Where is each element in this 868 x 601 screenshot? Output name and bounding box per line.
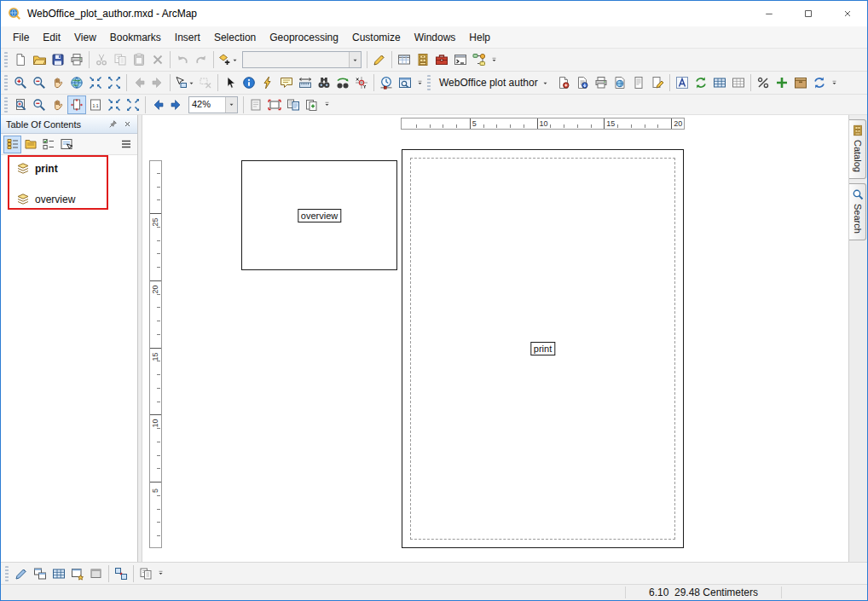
- save-button[interactable]: [49, 50, 67, 69]
- menu-customize[interactable]: Customize: [345, 29, 408, 46]
- undo-button[interactable]: [173, 50, 192, 69]
- toc-pin-button[interactable]: [106, 117, 120, 131]
- layout-canvas[interactable]: 5101520 252015105 overview print: [142, 115, 848, 562]
- toolbar-grip[interactable]: [427, 75, 431, 90]
- fixed-zoom-in-button[interactable]: [86, 73, 105, 92]
- select-elements-button[interactable]: [221, 73, 240, 92]
- select-features-button[interactable]: [173, 73, 196, 92]
- toc-options-button[interactable]: [117, 136, 135, 153]
- menu-geoprocessing[interactable]: Geoprocessing: [263, 29, 345, 46]
- menu-selection[interactable]: Selection: [207, 29, 263, 46]
- focus-data-frame-button[interactable]: [265, 95, 284, 114]
- table-of-contents-window-button[interactable]: [395, 50, 414, 69]
- model-builder-window-button[interactable]: [470, 50, 489, 69]
- viewer-window-button[interactable]: [396, 73, 414, 92]
- data-driven-pages-button[interactable]: [303, 95, 321, 114]
- wo-open-plot-button[interactable]: [554, 73, 573, 92]
- clear-selection-button[interactable]: [196, 73, 215, 92]
- zoom-in-button[interactable]: [11, 73, 30, 92]
- inactive-window-button[interactable]: [87, 564, 106, 583]
- layout-zoom-out-button[interactable]: [30, 95, 49, 114]
- layout-pencil-button[interactable]: [12, 564, 31, 583]
- forward-extent-button[interactable]: [148, 73, 167, 92]
- tools-toolbar-options-button[interactable]: [414, 73, 425, 92]
- print-button[interactable]: [67, 50, 86, 69]
- layout-toolbar-options-button[interactable]: [321, 95, 333, 114]
- cut-button[interactable]: [92, 50, 111, 69]
- new-map-button[interactable]: [11, 50, 30, 69]
- layout-zoom-whole-page-button[interactable]: [67, 95, 86, 114]
- wo-save-plot-button[interactable]: [573, 73, 592, 92]
- standard-toolbar-options-button[interactable]: [489, 50, 500, 69]
- close-button[interactable]: [828, 1, 867, 26]
- weboffice-toolbar-options-button[interactable]: [829, 73, 840, 92]
- layout-forward-extent-button[interactable]: [167, 95, 186, 114]
- overview-data-frame[interactable]: overview: [241, 160, 397, 270]
- catalog-window-button[interactable]: [414, 50, 432, 69]
- list-by-visibility-button[interactable]: [39, 136, 57, 153]
- wo-refresh-button[interactable]: [810, 73, 829, 92]
- go-to-xy-button[interactable]: [352, 73, 371, 92]
- zoom-percent-combo[interactable]: 42%: [188, 96, 238, 113]
- layout-fixed-zoom-out-button[interactable]: [124, 95, 142, 114]
- list-by-selection-button[interactable]: [57, 136, 75, 153]
- wo-add-button[interactable]: [773, 73, 791, 92]
- hyperlink-button[interactable]: [258, 73, 277, 92]
- add-data-button[interactable]: [217, 50, 240, 69]
- pan-button[interactable]: [49, 73, 67, 92]
- html-popup-button[interactable]: [277, 73, 296, 92]
- map-scale-combo[interactable]: [242, 51, 362, 68]
- menu-edit[interactable]: Edit: [36, 29, 67, 46]
- find-route-button[interactable]: [333, 73, 352, 92]
- grid-window-button[interactable]: [49, 564, 68, 583]
- toolbar-grip[interactable]: [4, 52, 8, 67]
- change-layout-button[interactable]: [284, 95, 303, 114]
- star-window-button[interactable]: [68, 564, 87, 583]
- open-button[interactable]: [30, 50, 49, 69]
- wo-archive-button[interactable]: [791, 73, 810, 92]
- full-extent-button[interactable]: [67, 73, 86, 92]
- wo-grid-view-button[interactable]: [710, 73, 729, 92]
- layout-page[interactable]: print: [402, 149, 684, 548]
- wo-print-plot-button[interactable]: [592, 73, 610, 92]
- arctoolbox-window-button[interactable]: [432, 50, 451, 69]
- wo-edit-page-button[interactable]: [648, 73, 667, 92]
- bottom-toolbar-options-button[interactable]: [155, 564, 166, 583]
- menu-view[interactable]: View: [67, 29, 103, 46]
- ungroup-button[interactable]: [112, 564, 130, 583]
- layout-zoom-100-button[interactable]: 1:1: [86, 95, 105, 114]
- list-by-drawing-order-button[interactable]: [3, 136, 21, 153]
- data-frame-windows-button[interactable]: [31, 564, 49, 583]
- editor-toolbar-button[interactable]: [370, 50, 389, 69]
- wo-scale-button[interactable]: [754, 73, 773, 92]
- fixed-zoom-out-button[interactable]: [105, 73, 124, 92]
- identify-button[interactable]: [240, 73, 258, 92]
- layout-zoom-in-button[interactable]: [11, 95, 30, 114]
- wo-sync-button[interactable]: [692, 73, 710, 92]
- wo-text-button[interactable]: [673, 73, 692, 92]
- menu-windows[interactable]: Windows: [408, 29, 463, 46]
- layout-fixed-zoom-in-button[interactable]: [105, 95, 124, 114]
- layout-back-extent-button[interactable]: [148, 95, 167, 114]
- toc-close-button[interactable]: [120, 117, 135, 131]
- weboffice-plot-author-menu[interactable]: WebOffice plot author: [434, 73, 554, 92]
- wo-grid-button[interactable]: [729, 73, 748, 92]
- wo-page-button[interactable]: [629, 73, 648, 92]
- copy-button[interactable]: [111, 50, 130, 69]
- delete-button[interactable]: [148, 50, 167, 69]
- back-extent-button[interactable]: [130, 73, 148, 92]
- time-slider-button[interactable]: [377, 73, 396, 92]
- menu-file[interactable]: File: [6, 29, 36, 46]
- copy-pages-button[interactable]: [136, 564, 155, 583]
- python-window-button[interactable]: [451, 50, 470, 69]
- measure-button[interactable]: [296, 73, 315, 92]
- catalog-tab[interactable]: Catalog: [849, 119, 866, 179]
- paste-button[interactable]: [130, 50, 148, 69]
- toggle-draft-mode-button[interactable]: [246, 95, 265, 114]
- toolbar-grip[interactable]: [5, 566, 9, 581]
- toolbar-grip[interactable]: [4, 75, 8, 90]
- minimize-button[interactable]: [749, 1, 789, 26]
- layout-pan-button[interactable]: [49, 95, 67, 114]
- zoom-out-button[interactable]: [30, 73, 49, 92]
- menu-insert[interactable]: Insert: [168, 29, 207, 46]
